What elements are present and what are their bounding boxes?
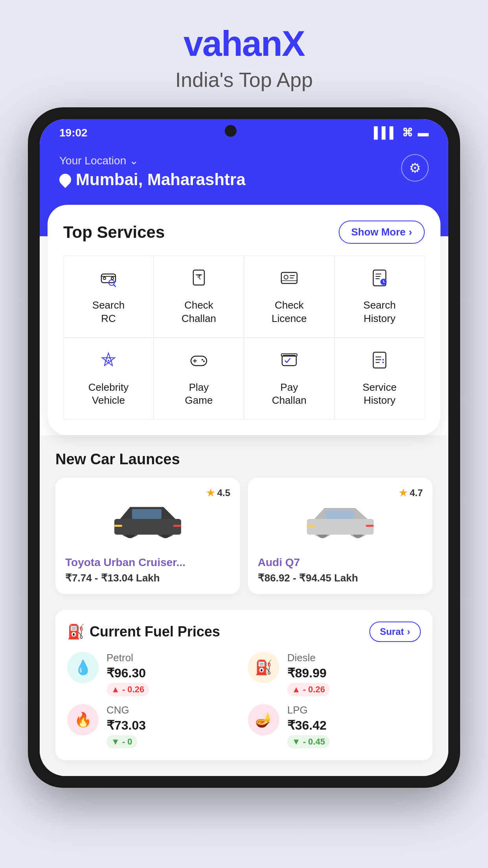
svg-rect-50	[366, 525, 374, 527]
celebrity-vehicle-icon: ✦	[98, 350, 119, 375]
search-history-icon	[369, 268, 390, 293]
audi-rating-value: 4.7	[410, 487, 423, 498]
check-challan-icon: ₹	[189, 268, 209, 293]
services-title: Top Services	[63, 223, 165, 242]
car-card-audi[interactable]: ★ 4.7 Audi Q7 ₹86.92 - ₹94.45 Lakh	[248, 478, 433, 594]
chevron-down-icon: ⌄	[129, 154, 138, 167]
lpg-name: LPG	[287, 704, 421, 716]
check-licence-icon	[279, 268, 299, 293]
gear-icon: ⚙	[409, 160, 421, 176]
gear-button[interactable]: ⚙	[401, 154, 429, 182]
service-item-pay-challan[interactable]: PayChallan	[244, 338, 334, 420]
fuel-item-lpg: 🪔 LPG ₹36.42 ▼ - 0.45	[248, 704, 421, 748]
svg-rect-9	[281, 272, 297, 283]
celebrity-vehicle-label: CelebrityVehicle	[88, 381, 129, 408]
location-label: Your Location ⌄	[59, 154, 429, 167]
svg-rect-49	[307, 525, 315, 527]
cng-details: CNG ₹73.03 ▼ - 0	[106, 704, 240, 748]
cng-icon: 🔥	[74, 712, 92, 728]
svg-point-25	[202, 359, 203, 360]
audi-name: Audi Q7	[258, 556, 423, 569]
service-item-check-licence[interactable]: CheckLicence	[244, 256, 334, 338]
service-item-check-challan[interactable]: ₹ CheckChallan	[154, 256, 244, 338]
location-label-text: Your Location	[59, 154, 126, 167]
lpg-change: ▼ - 0.45	[287, 735, 330, 748]
petrol-price: ₹96.30	[106, 666, 240, 680]
petrol-icon-circle: 💧	[67, 652, 99, 683]
svg-rect-47	[307, 519, 374, 535]
service-history-icon	[369, 350, 390, 375]
fuel-item-diesel: ⛽ Diesle ₹89.99 ▲ - 0.26	[248, 652, 421, 696]
star-icon: ★	[206, 487, 215, 498]
lpg-details: LPG ₹36.42 ▼ - 0.45	[287, 704, 421, 748]
chevron-right-icon: ›	[409, 226, 412, 238]
petrol-details: Petrol ₹96.30 ▲ - 0.26	[106, 652, 240, 696]
svg-point-34	[382, 359, 384, 360]
phone-screen: 19:02 ▌▌▌ ⌘ ▬ Your Location ⌄ Mumbai, Ma…	[40, 119, 448, 776]
service-item-celebrity-vehicle[interactable]: ✦ CelebrityVehicle	[63, 338, 154, 420]
audi-rating: ★ 4.7	[399, 487, 423, 498]
service-item-play-game[interactable]: PlayGame	[154, 338, 244, 420]
play-game-label: PlayGame	[185, 381, 213, 408]
svg-rect-48	[325, 510, 354, 519]
toyota-price: ₹7.74 - ₹13.04 Lakh	[65, 572, 230, 584]
petrol-name: Petrol	[106, 652, 240, 664]
svg-rect-42	[173, 525, 181, 527]
diesel-name: Diesle	[287, 652, 421, 664]
diesel-details: Diesle ₹89.99 ▲ - 0.26	[287, 652, 421, 696]
petrol-change: ▲ - 0.26	[106, 683, 149, 696]
app-subtitle: India's Top App	[175, 68, 313, 92]
svg-point-26	[203, 360, 205, 362]
wifi-icon: ⌘	[402, 126, 413, 139]
car-card-toyota[interactable]: ★ 4.5 Toyota Urban Cruiser... ₹7.74 - ₹1…	[55, 478, 240, 594]
pay-challan-icon	[279, 350, 299, 375]
fuel-pump-icon: ⛽	[67, 623, 85, 640]
show-more-button[interactable]: Show More ›	[339, 221, 425, 244]
status-time: 19:02	[59, 127, 88, 139]
cng-change: ▼ - 0	[106, 735, 137, 748]
svg-point-2	[111, 277, 114, 280]
fuel-section: ⛽ Current Fuel Prices Surat › 💧	[55, 610, 433, 760]
phone-content: New Car Launces	[40, 435, 448, 776]
location-pin-icon	[57, 171, 73, 188]
svg-rect-39	[114, 519, 181, 535]
play-game-icon	[189, 350, 209, 375]
service-item-search-rc[interactable]: SearchRC	[63, 256, 154, 338]
toyota-car-image	[105, 497, 191, 541]
phone-frame: 19:02 ▌▌▌ ⌘ ▬ Your Location ⌄ Mumbai, Ma…	[28, 107, 460, 788]
svg-rect-40	[132, 509, 161, 519]
svg-line-5	[114, 285, 116, 287]
app-title-black: vahan	[183, 24, 282, 63]
service-item-service-history[interactable]: ServiceHistory	[334, 338, 425, 420]
lpg-price: ₹36.42	[287, 718, 421, 733]
audi-price: ₹86.92 - ₹94.45 Lakh	[258, 572, 423, 584]
signal-icon: ▌▌▌	[374, 127, 397, 139]
app-title: vahanX	[175, 24, 313, 64]
svg-point-10	[284, 275, 288, 279]
audi-car-image	[297, 497, 383, 541]
diesel-change: ▲ - 0.26	[287, 683, 330, 696]
search-rc-icon	[98, 268, 119, 293]
car-cards: ★ 4.5 Toyota Urban Cruiser... ₹7.74 - ₹1…	[55, 478, 433, 594]
service-item-search-history[interactable]: SearchHistory	[334, 256, 425, 338]
cng-name: CNG	[106, 704, 240, 716]
new-cars-title: New Car Launces	[55, 451, 433, 468]
search-history-label: SearchHistory	[363, 299, 396, 326]
diesel-icon-circle: ⛽	[248, 652, 279, 683]
battery-icon: ▬	[418, 127, 429, 139]
diesel-icon: ⛽	[255, 659, 273, 676]
camera-notch	[225, 125, 237, 137]
fuel-title: ⛽ Current Fuel Prices	[67, 623, 220, 640]
app-header: vahanX India's Top App	[175, 0, 313, 107]
pay-challan-label: PayChallan	[272, 381, 306, 408]
check-challan-label: CheckChallan	[182, 299, 216, 326]
fuel-location-button[interactable]: Surat ›	[369, 622, 421, 642]
petrol-icon: 💧	[74, 659, 92, 676]
toyota-name: Toyota Urban Cruiser...	[65, 556, 230, 569]
check-licence-label: CheckLicence	[272, 299, 307, 326]
car-image-area-audi: ★ 4.7	[258, 487, 423, 550]
fuel-title-text: Current Fuel Prices	[90, 623, 220, 640]
location-name: Mumbai, Maharashtra	[59, 170, 429, 189]
location-city: Mumbai, Maharashtra	[76, 170, 246, 189]
status-icons: ▌▌▌ ⌘ ▬	[374, 126, 429, 139]
